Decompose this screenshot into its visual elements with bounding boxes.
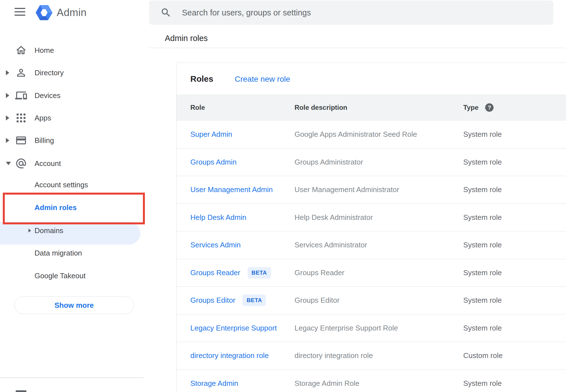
role-link[interactable]: Services Admin — [190, 241, 241, 249]
table-row: Legacy Enterprise Support Legacy Enterpr… — [177, 314, 566, 342]
sidebar-item-directory[interactable]: Directory — [0, 61, 149, 84]
column-header-description: Role description — [295, 94, 347, 121]
sidebar-item-label: Account settings — [35, 181, 88, 189]
chevron-right-icon — [28, 229, 31, 233]
panel-title: Roles — [190, 74, 213, 84]
column-header-type-label: Type — [463, 104, 478, 111]
roles-panel: Roles Create new role Role Role descript… — [176, 63, 566, 392]
app-title: Admin — [57, 7, 86, 19]
role-link[interactable]: Groups Reader — [190, 268, 240, 277]
sidebar: Home Directory Devices Apps Billing Acco… — [0, 26, 149, 392]
sidebar-item-admin-roles[interactable]: Admin roles — [0, 196, 149, 219]
role-description: Groups Editor — [295, 287, 339, 314]
role-description: Help Desk Administrator — [295, 204, 373, 231]
roles-panel-header: Roles Create new role — [177, 63, 566, 94]
devices-icon — [15, 90, 27, 101]
table-row: Groups Admin Groups Administrator System… — [177, 149, 566, 176]
role-type: System role — [463, 149, 502, 176]
help-icon[interactable]: ? — [485, 103, 494, 112]
role-description: Google Apps Administrator Seed Role — [295, 121, 417, 148]
breadcrumb: Admin roles — [165, 34, 208, 43]
sidebar-item-label: Billing — [35, 136, 54, 145]
sidebar-item-home[interactable]: Home — [0, 39, 149, 61]
role-link[interactable]: Help Desk Admin — [190, 213, 246, 222]
role-description: Legacy Enterprise Support Role — [295, 314, 398, 342]
sidebar-item-label: Directory — [35, 69, 64, 77]
sidebar-item-label: Google Takeout — [35, 272, 86, 280]
table-header-row: Role Role description Type ? — [177, 94, 566, 121]
sidebar-item-billing[interactable]: Billing — [0, 129, 149, 152]
column-header-type: Type ? — [463, 94, 494, 121]
table-row: Groups Editor BETA Groups Editor System … — [177, 287, 566, 314]
beta-badge: BETA — [248, 267, 271, 279]
sidebar-item-label: Admin roles — [35, 203, 77, 212]
role-type: System role — [463, 259, 502, 287]
sidebar-item-devices[interactable]: Devices — [0, 84, 149, 107]
at-sign-icon — [15, 158, 27, 169]
table-row: User Management Admin User Management Ad… — [177, 176, 566, 204]
clipped-sidebar-icon — [16, 390, 26, 392]
app-bar: Admin — [0, 0, 149, 26]
chevron-right-icon — [6, 70, 9, 75]
chevron-down-icon — [6, 162, 11, 165]
sidebar-item-apps[interactable]: Apps — [0, 107, 149, 129]
role-link[interactable]: User Management Admin — [190, 185, 273, 194]
sidebar-item-google-takeout[interactable]: Google Takeout — [0, 265, 149, 287]
sidebar-item-label: Domains — [35, 226, 63, 235]
sidebar-item-label: Home — [35, 46, 54, 55]
sidebar-item-data-migration[interactable]: Data migration — [0, 242, 149, 264]
role-link[interactable]: Super Admin — [190, 130, 232, 139]
sidebar-item-domains[interactable]: Domains — [0, 219, 149, 242]
table-row: directory integration role directory int… — [177, 342, 566, 370]
person-icon — [15, 67, 27, 79]
role-type: System role — [463, 231, 502, 259]
role-description: Groups Reader — [295, 259, 344, 287]
table-row: Super Admin Google Apps Administrator Se… — [177, 121, 566, 149]
role-link[interactable]: Legacy Enterprise Support — [190, 324, 277, 332]
table-row: Services Admin Services Administrator Sy… — [177, 231, 566, 259]
role-link[interactable]: directory integration role — [190, 351, 269, 360]
home-icon — [15, 44, 27, 56]
role-link[interactable]: Groups Admin — [190, 158, 237, 167]
chevron-right-icon — [6, 138, 9, 143]
role-type: System role — [463, 121, 502, 148]
role-type: System role — [463, 204, 502, 231]
role-link[interactable]: Storage Admin — [190, 379, 238, 388]
search-bar — [149, 1, 553, 25]
search-input[interactable] — [182, 1, 547, 25]
role-link[interactable]: Groups Editor — [190, 296, 235, 305]
table-row: Help Desk Admin Help Desk Administrator … — [177, 204, 566, 232]
search-icon — [160, 7, 172, 18]
admin-logo-icon — [35, 3, 53, 22]
roles-table-body: Super Admin Google Apps Administrator Se… — [177, 121, 566, 392]
role-description: User Management Administrator — [295, 176, 399, 204]
sidebar-item-label: Devices — [35, 91, 60, 100]
chevron-right-icon — [6, 115, 9, 120]
column-header-role: Role — [190, 94, 205, 121]
table-row: Storage Admin Storage Admin Role System … — [177, 370, 566, 392]
role-description: directory integration role — [295, 342, 373, 370]
role-type: Custom role — [463, 342, 503, 370]
beta-badge: BETA — [243, 295, 266, 306]
role-description: Storage Admin Role — [295, 370, 359, 392]
role-description: Services Administrator — [295, 231, 367, 259]
sidebar-item-account[interactable]: Account — [0, 152, 149, 175]
apps-grid-icon — [15, 112, 27, 124]
chevron-right-icon — [6, 93, 9, 98]
menu-icon[interactable] — [15, 8, 25, 16]
sidebar-item-label: Data migration — [35, 249, 82, 257]
sidebar-item-account-settings[interactable]: Account settings — [0, 174, 149, 196]
role-type: System role — [463, 176, 502, 204]
header-divider — [149, 48, 566, 48]
role-type: System role — [463, 314, 502, 342]
create-new-role-link[interactable]: Create new role — [235, 75, 290, 84]
role-description: Groups Administrator — [295, 149, 363, 176]
role-type: System role — [463, 287, 502, 314]
sidebar-divider — [0, 377, 143, 378]
show-more-button[interactable]: Show more — [14, 297, 134, 314]
role-type: System role — [463, 370, 502, 392]
sidebar-item-label: Apps — [35, 114, 51, 122]
sidebar-item-label: Account — [35, 159, 61, 168]
credit-card-icon — [15, 135, 27, 146]
table-row: Groups Reader BETA Groups Reader System … — [177, 259, 566, 287]
